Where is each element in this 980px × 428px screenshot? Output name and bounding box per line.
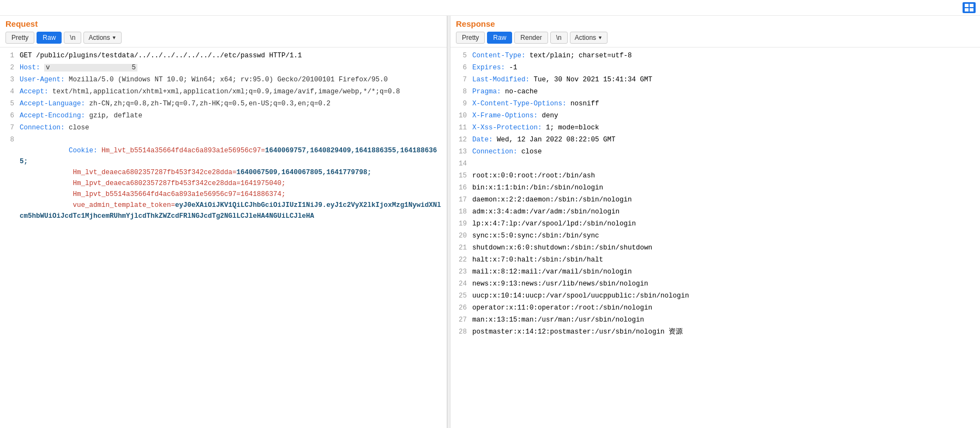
response-line-19: 19 lp:x:4:7:lp:/var/spool/lpd:/sbin/nolo… <box>450 218 980 230</box>
response-line-23: 23 mail:x:8:12:mail:/var/mail/sbin/nolog… <box>450 266 980 278</box>
line-num: 8 <box>3 134 14 233</box>
line-num: 5 <box>454 50 467 61</box>
line-num: 25 <box>454 290 467 301</box>
line-num: 3 <box>3 74 14 85</box>
line-num: 18 <box>454 206 467 217</box>
line-num: 27 <box>454 314 467 325</box>
response-content: 5 Content-Type: text/plain; charset=utf-… <box>450 47 980 428</box>
response-line-14: 14 <box>450 158 980 170</box>
request-actions-button[interactable]: Actions ▼ <box>83 32 121 44</box>
request-line-2: 2 Host: v 5 <box>0 62 447 74</box>
response-line-28: 28 postmaster:x:14:12:postmaster:/usr/sb… <box>450 326 980 338</box>
response-line-8: 8 Pragma: no-cache <box>450 86 980 98</box>
line-num: 7 <box>454 74 467 85</box>
response-line-24: 24 news:x:9:13:news:/usr/lib/news/sbin/n… <box>450 278 980 290</box>
response-raw-tab[interactable]: Raw <box>487 32 512 44</box>
response-render-tab[interactable]: Render <box>514 32 548 44</box>
request-content: 1 GET /public/plugins/testdata/../../../… <box>0 47 447 428</box>
response-line-22: 22 halt:x:7:0:halt:/sbin:/sbin/halt <box>450 254 980 266</box>
svg-rect-0 <box>965 4 969 7</box>
response-line-5: 5 Content-Type: text/plain; charset=utf-… <box>450 50 980 62</box>
request-raw-tab[interactable]: Raw <box>37 32 62 44</box>
svg-rect-2 <box>965 8 969 11</box>
line-num: 17 <box>454 194 467 205</box>
response-line-26: 26 operator:x:11:0:operator:/root:/sbin/… <box>450 302 980 314</box>
response-line-16: 16 bin:x:1:1:bin:/bin:/sbin/nologin <box>450 182 980 194</box>
layout-icon <box>965 4 973 11</box>
line-num: 24 <box>454 278 467 289</box>
request-title: Request <box>5 19 441 28</box>
response-newline-tab[interactable]: \n <box>550 32 568 44</box>
line-num: 14 <box>454 158 467 169</box>
request-line-6: 6 Accept-Encoding: gzip, deflate <box>0 110 447 122</box>
response-pretty-tab[interactable]: Pretty <box>456 32 485 44</box>
line-num: 8 <box>454 86 467 97</box>
line-num: 15 <box>454 170 467 181</box>
line-num: 21 <box>454 242 467 253</box>
response-line-12: 12 Date: Wed, 12 Jan 2022 08:22:05 GMT <box>450 134 980 146</box>
line-num: 13 <box>454 146 467 157</box>
svg-rect-1 <box>970 4 973 7</box>
response-line-21: 21 shutdown:x:6:0:shutdown:/sbin:/sbin/s… <box>450 242 980 254</box>
line-num: 12 <box>454 134 467 145</box>
chevron-down-icon: ▼ <box>598 35 603 40</box>
line-num: 6 <box>3 110 14 121</box>
response-line-11: 11 X-Xss-Protection: 1; mode=block <box>450 122 980 134</box>
request-line-7: 7 Connection: close <box>0 122 447 134</box>
line-num: 11 <box>454 122 467 133</box>
line-num: 10 <box>454 110 467 121</box>
request-pretty-tab[interactable]: Pretty <box>5 32 34 44</box>
line-num: 26 <box>454 302 467 313</box>
request-line-3: 3 User-Agent: Mozilla/5.0 (Windows NT 10… <box>0 74 447 86</box>
line-num: 7 <box>3 122 14 133</box>
line-num: 4 <box>3 86 14 97</box>
response-actions-button[interactable]: Actions ▼ <box>570 32 608 44</box>
line-num: 1 <box>3 50 14 61</box>
layout-icon-button[interactable] <box>963 2 976 13</box>
response-line-17: 17 daemon:x:2:2:daemon:/sbin:/sbin/nolog… <box>450 194 980 206</box>
response-line-6: 6 Expires: -1 <box>450 62 980 74</box>
request-line-1: 1 GET /public/plugins/testdata/../../../… <box>0 50 447 62</box>
response-line-9: 9 X-Content-Type-Options: nosniff <box>450 98 980 110</box>
request-newline-tab[interactable]: \n <box>64 32 81 44</box>
line-num: 2 <box>3 62 14 73</box>
line-num: 22 <box>454 254 467 265</box>
request-line-4: 4 Accept: text/html,application/xhtml+xm… <box>0 86 447 98</box>
line-num: 6 <box>454 62 467 73</box>
line-num: 5 <box>3 98 14 109</box>
response-line-20: 20 sync:x:5:0:sync:/sbin:/bin/sync <box>450 230 980 242</box>
line-num: 19 <box>454 218 467 229</box>
response-line-10: 10 X-Frame-Options: deny <box>450 110 980 122</box>
response-line-25: 25 uucp:x:10:14:uucp:/var/spool/uucppubl… <box>450 290 980 302</box>
request-line-5: 5 Accept-Language: zh-CN,zh;q=0.8,zh-TW;… <box>0 98 447 110</box>
line-num: 28 <box>454 326 467 337</box>
request-line-8: 8 Cookie: Hm_lvt_b5514a35664fd4ac6a893a1… <box>0 134 447 233</box>
response-title: Response <box>456 19 975 28</box>
line-num: 9 <box>454 98 467 109</box>
line-num: 20 <box>454 230 467 241</box>
line-num: 23 <box>454 266 467 277</box>
response-line-18: 18 adm:x:3:4:adm:/var/adm:/sbin/nologin <box>450 206 980 218</box>
response-line-13: 13 Connection: close <box>450 146 980 158</box>
line-num: 16 <box>454 182 467 193</box>
response-line-7: 7 Last-Modified: Tue, 30 Nov 2021 15:41:… <box>450 74 980 86</box>
response-line-27: 27 man:x:13:15:man:/usr/man:/usr/sbin/no… <box>450 314 980 326</box>
response-line-15: 15 root:x:0:0:root:/root:/bin/ash <box>450 170 980 182</box>
chevron-down-icon: ▼ <box>112 35 117 40</box>
svg-rect-3 <box>970 8 973 11</box>
